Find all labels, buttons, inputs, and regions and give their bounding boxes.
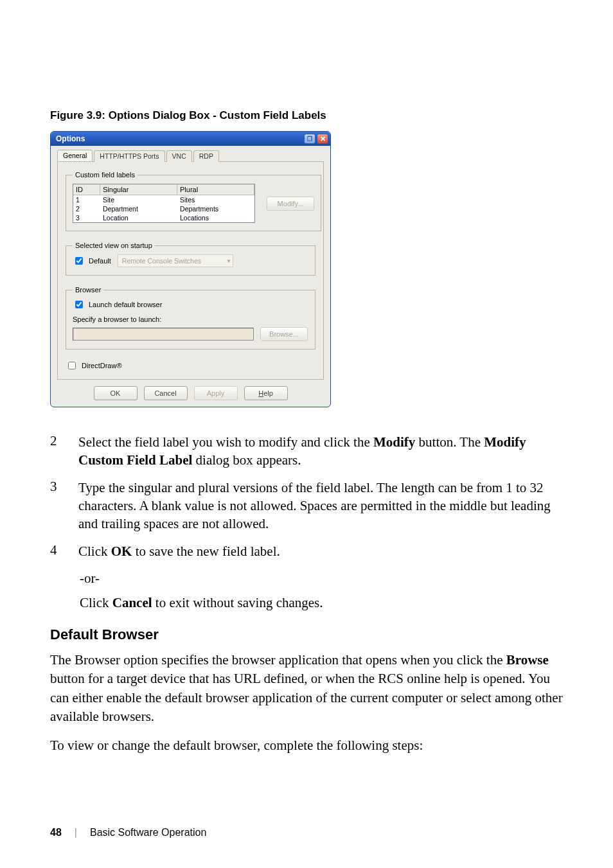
step-alt-text: Click Cancel to exit without saving chan…: [80, 594, 563, 612]
table-cell[interactable]: Sites: [177, 195, 254, 204]
group-custom-legend: Custom field labels: [73, 171, 138, 179]
table-cell[interactable]: Site: [100, 195, 177, 204]
table-cell[interactable]: Department: [100, 204, 177, 213]
cancel-button[interactable]: Cancel: [144, 386, 188, 400]
col-plural: Plural: [177, 184, 254, 195]
page-number: 48: [50, 827, 62, 838]
help-button[interactable]: Help: [244, 386, 288, 400]
directdraw-checkbox[interactable]: DirectDraw®: [66, 360, 315, 371]
titlebar: Options ❐ ✕: [51, 132, 330, 146]
body-paragraph: To view or change the default browser, c…: [50, 736, 563, 755]
table-cell[interactable]: Departments: [177, 204, 254, 213]
tab-http[interactable]: HTTP/HTTPS Ports: [94, 150, 164, 162]
chapter-title: Basic Software Operation: [90, 827, 206, 838]
section-heading: Default Browser: [50, 626, 563, 643]
col-id: ID: [73, 184, 100, 195]
step-number: 2: [50, 433, 60, 470]
default-checkbox[interactable]: Default: [73, 255, 111, 267]
startup-dropdown-value: Remote Console Switches: [122, 257, 201, 265]
or-text: -or-: [80, 569, 563, 587]
table-cell[interactable]: Locations: [177, 213, 254, 222]
page-footer: 48 | Basic Software Operation: [50, 827, 206, 838]
modify-button[interactable]: Modify...: [267, 197, 314, 211]
chevron-down-icon: ▼: [226, 258, 231, 264]
step-number: 3: [50, 479, 60, 533]
footer-divider: |: [75, 827, 77, 838]
group-startup-legend: Selected view on startup: [73, 242, 155, 249]
browse-button[interactable]: Browse...: [260, 327, 308, 341]
group-startup: Selected view on startup Default Remote …: [66, 242, 315, 276]
group-browser-legend: Browser: [73, 286, 103, 294]
step-text: Type the singular and plural versions of…: [78, 479, 563, 533]
apply-button[interactable]: Apply: [194, 386, 238, 400]
directdraw-checkbox-input[interactable]: [68, 362, 76, 369]
directdraw-checkbox-label: DirectDraw®: [82, 362, 122, 369]
options-dialog: Options ❐ ✕ General HTTP/HTTPS Ports VNC…: [50, 131, 331, 407]
restore-icon[interactable]: ❐: [304, 134, 315, 144]
launch-default-checkbox[interactable]: Launch default browser: [73, 299, 308, 310]
close-icon[interactable]: ✕: [317, 134, 328, 144]
specify-label: Specify a browser to launch:: [73, 315, 308, 323]
step-text: Click OK to save the new field label.: [78, 542, 280, 560]
group-custom-field-labels: Custom field labels ID Singular Plural 1…: [66, 171, 321, 231]
ok-button[interactable]: OK: [94, 386, 138, 400]
default-checkbox-label: Default: [89, 257, 111, 265]
launch-default-checkbox-label: Launch default browser: [89, 301, 162, 308]
body-paragraph: The Browser option specifies the browser…: [50, 651, 563, 727]
table-cell[interactable]: 2: [73, 204, 100, 213]
dialog-title: Options: [56, 134, 85, 143]
tab-rdp[interactable]: RDP: [193, 150, 219, 162]
col-singular: Singular: [100, 184, 177, 195]
default-checkbox-input[interactable]: [75, 257, 83, 265]
step-number: 4: [50, 542, 60, 560]
group-browser: Browser Launch default browser Specify a…: [66, 286, 315, 350]
custom-labels-table[interactable]: ID Singular Plural 1 Site Sites 2 Depart…: [73, 184, 255, 223]
figure-caption: Figure 3.9: Options Dialog Box - Custom …: [50, 109, 563, 122]
tab-general[interactable]: General: [57, 150, 93, 162]
browser-path-input[interactable]: [73, 328, 254, 341]
table-cell[interactable]: 3: [73, 213, 100, 222]
tab-vnc[interactable]: VNC: [166, 150, 192, 162]
startup-dropdown[interactable]: Remote Console Switches ▼: [118, 254, 233, 267]
table-cell[interactable]: Location: [100, 213, 177, 222]
table-cell[interactable]: 1: [73, 195, 100, 204]
step-text: Select the field label you wish to modif…: [78, 433, 563, 470]
tabstrip: General HTTP/HTTPS Ports VNC RDP: [57, 150, 324, 161]
launch-default-checkbox-input[interactable]: [75, 301, 83, 308]
